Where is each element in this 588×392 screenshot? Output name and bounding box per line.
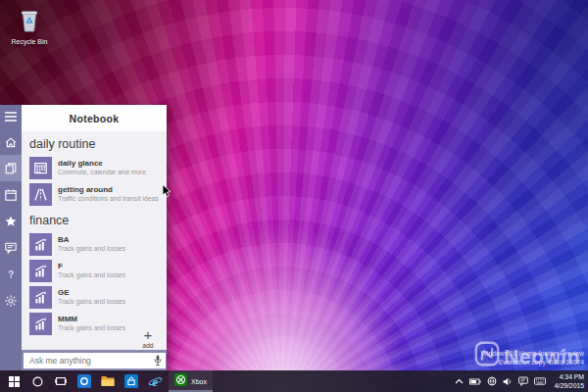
calendar-icon[interactable] xyxy=(0,181,22,208)
item-subtitle: Track gains and losses xyxy=(58,324,125,332)
notebook-body: daily routine daily glance Commute, cale… xyxy=(22,131,167,350)
feedback-icon[interactable] xyxy=(0,234,22,261)
notebook-header: Notebook xyxy=(22,105,167,131)
notebook-item-getting-around[interactable]: getting around Traffic conditions and tr… xyxy=(22,181,167,208)
volume-icon[interactable] xyxy=(503,377,513,386)
add-interest-button[interactable]: + add xyxy=(137,329,159,349)
help-icon[interactable]: ? xyxy=(0,261,22,287)
desktop: Recycle Bin ? xyxy=(0,0,588,392)
clock-time: 4:34 PM xyxy=(560,372,584,381)
task-view-button[interactable] xyxy=(49,370,73,392)
item-subtitle: Track gains and losses xyxy=(58,245,125,253)
cortana-app-icon[interactable] xyxy=(73,370,96,392)
item-title: BA xyxy=(58,235,125,245)
menu-icon[interactable] xyxy=(0,105,22,128)
notebook-content: Notebook daily routine daily glance Comm… xyxy=(22,105,167,370)
chevron-up-icon[interactable] xyxy=(455,378,464,384)
cortana-sidebar: ? xyxy=(0,105,22,370)
item-subtitle: Track gains and losses xyxy=(58,298,125,306)
network-icon[interactable] xyxy=(487,376,497,386)
getting-around-icon xyxy=(29,183,52,206)
battery-icon[interactable] xyxy=(469,377,481,386)
item-title: GE xyxy=(58,288,125,298)
item-subtitle: Traffic conditions and transit ideas xyxy=(58,195,159,203)
section-title-daily-routine: daily routine xyxy=(22,131,167,155)
search-input-wrap xyxy=(24,353,166,368)
favorites-star-icon[interactable] xyxy=(0,208,22,234)
taskbar: e Xbox xyxy=(0,370,588,392)
item-title: MMM xyxy=(58,315,125,324)
add-label: add xyxy=(137,342,159,349)
file-explorer-icon[interactable] xyxy=(96,370,120,392)
cortana-notebook-panel: ? Notebook daily routine daily glance Co… xyxy=(0,105,167,370)
store-icon[interactable] xyxy=(120,370,143,392)
search-input[interactable] xyxy=(24,356,152,366)
notebook-title: Notebook xyxy=(70,113,120,124)
stock-chart-icon xyxy=(29,233,52,256)
stock-chart-icon xyxy=(29,313,52,335)
microphone-icon[interactable] xyxy=(152,355,166,367)
start-button[interactable] xyxy=(2,370,25,392)
notebook-item-stock-f[interactable]: F Track gains and losses xyxy=(22,258,167,284)
internet-explorer-icon[interactable]: e xyxy=(143,370,167,392)
notebook-icon[interactable] xyxy=(0,155,22,181)
item-subtitle: Commute, calendar and more xyxy=(58,169,146,176)
recycle-bin-label: Recycle Bin xyxy=(6,38,53,45)
svg-text:e: e xyxy=(152,374,158,389)
action-center-icon[interactable] xyxy=(518,376,528,386)
cortana-circle-button[interactable] xyxy=(25,370,49,392)
cortana-search-bar xyxy=(22,350,167,370)
taskbar-clock[interactable]: 4:34 PM 4/29/2015 xyxy=(555,372,584,390)
clock-date: 4/29/2015 xyxy=(555,381,584,390)
system-tray: 4:34 PM 4/29/2015 xyxy=(455,372,588,390)
item-subtitle: Track gains and losses xyxy=(58,271,125,279)
svg-text:?: ? xyxy=(8,269,14,279)
stock-chart-icon xyxy=(29,260,52,282)
home-icon[interactable] xyxy=(0,128,22,155)
recycle-bin[interactable]: Recycle Bin xyxy=(6,6,53,45)
daily-glance-icon xyxy=(29,157,52,179)
section-title-finance: finance xyxy=(22,208,167,231)
notebook-item-daily-glance[interactable]: daily glance Commute, calendar and more xyxy=(22,155,167,181)
stock-chart-icon xyxy=(29,286,52,309)
notebook-item-stock-ge[interactable]: GE Track gains and losses xyxy=(22,284,167,311)
xbox-icon xyxy=(174,372,187,390)
item-title: getting around xyxy=(58,185,159,195)
recycle-bin-icon xyxy=(17,20,42,36)
xbox-label: Xbox xyxy=(191,378,207,385)
settings-gear-icon[interactable] xyxy=(0,287,22,314)
plus-icon: + xyxy=(137,329,159,341)
item-title: daily glance xyxy=(58,159,146,169)
touch-keyboard-icon[interactable] xyxy=(534,377,546,385)
xbox-taskbar-button[interactable]: Xbox xyxy=(169,370,213,392)
item-title: F xyxy=(58,262,125,271)
notebook-item-stock-ba[interactable]: BA Track gains and losses xyxy=(22,231,167,258)
